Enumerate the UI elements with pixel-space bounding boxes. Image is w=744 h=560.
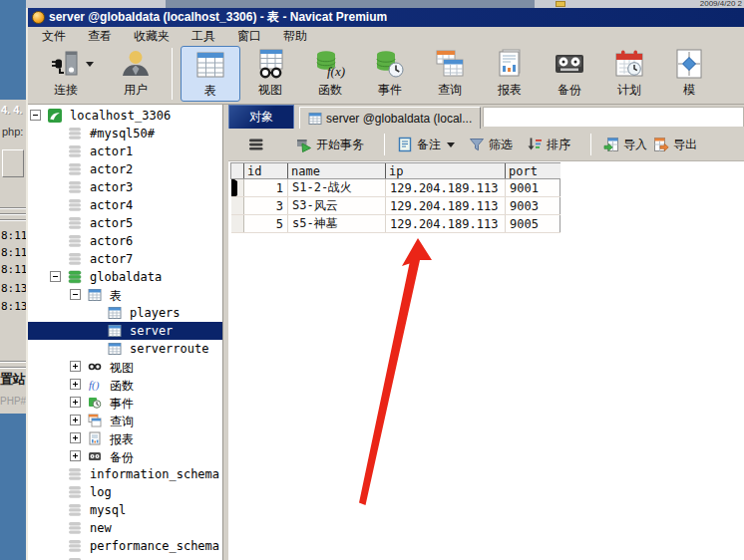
folder-icon bbox=[556, 1, 565, 7]
action-button-排序[interactable]: 排序 bbox=[524, 135, 573, 155]
row-selector-cell[interactable] bbox=[231, 179, 244, 197]
toolbar-button-事件[interactable]: 事件 bbox=[360, 46, 420, 102]
expand-box-icon[interactable] bbox=[70, 397, 81, 408]
menu-item-1[interactable]: 查看 bbox=[82, 27, 118, 46]
collapse-box-icon[interactable] bbox=[50, 271, 61, 282]
expand-box-icon[interactable] bbox=[70, 361, 81, 372]
tree-item-mysql[interactable]: mysql bbox=[28, 501, 222, 519]
cell-ip[interactable]: 129.204.189.113 bbox=[386, 179, 506, 197]
action-button-导入[interactable]: 导入 bbox=[600, 135, 650, 155]
expand-box-icon[interactable] bbox=[70, 415, 81, 425]
grid-header-row: idnameipport bbox=[231, 163, 560, 179]
tree-item-serverroute[interactable]: serverroute bbox=[28, 340, 222, 358]
tree-item-information-schema[interactable]: information_schema bbox=[28, 465, 222, 483]
dropdown-arrow-icon[interactable] bbox=[447, 142, 455, 147]
tree-item--mysql50-[interactable]: #mysql50# bbox=[28, 125, 222, 142]
divider bbox=[0, 367, 26, 369]
action-button-筛选[interactable]: 筛选 bbox=[466, 135, 516, 155]
row-selector-header[interactable] bbox=[231, 163, 244, 179]
tree-item-label: 备份 bbox=[110, 449, 134, 466]
action-button-备注[interactable]: 备注 bbox=[394, 135, 458, 155]
tree-item-actor6[interactable]: actor6 bbox=[28, 232, 222, 250]
tree-item-actor4[interactable]: actor4 bbox=[28, 196, 222, 214]
background-panel bbox=[0, 0, 26, 100]
navicat-window: server @globaldata (localhost_3306) - 表 … bbox=[26, 8, 744, 560]
tree-item-globaldata[interactable]: globaldata bbox=[28, 268, 222, 286]
collapse-box-icon[interactable] bbox=[70, 289, 81, 300]
tree-item-actor7[interactable]: actor7 bbox=[28, 250, 222, 268]
column-header-id[interactable]: id bbox=[244, 163, 288, 179]
cell-id[interactable]: 1 bbox=[244, 179, 288, 197]
cell-port[interactable]: 9005 bbox=[506, 215, 560, 233]
menu-item-0[interactable]: 文件 bbox=[36, 27, 72, 46]
expand-box-icon[interactable] bbox=[70, 450, 81, 461]
tree-item-备份[interactable]: 备份 bbox=[28, 447, 222, 465]
cell-ip[interactable]: 129.204.189.113 bbox=[386, 215, 506, 233]
dropdown-arrow-icon[interactable] bbox=[86, 62, 94, 67]
tree-item-actor1[interactable]: actor1 bbox=[28, 142, 222, 160]
tree-item-performance-schema[interactable]: performance_schema bbox=[28, 537, 222, 555]
database-gray-icon bbox=[68, 127, 82, 140]
tab-objects[interactable]: 对象 bbox=[228, 105, 294, 129]
toolbar-button-模[interactable]: 模 bbox=[659, 46, 719, 102]
toolbar-button-视图[interactable]: 视图 bbox=[240, 46, 300, 102]
expand-box-icon[interactable] bbox=[70, 432, 81, 443]
grid-menu-button[interactable] bbox=[245, 135, 267, 154]
toolbar-button-label: 报表 bbox=[498, 82, 522, 99]
menu-item-5[interactable]: 帮助 bbox=[277, 27, 313, 46]
cell-id[interactable]: 3 bbox=[244, 197, 288, 215]
tree-item-log[interactable]: log bbox=[28, 483, 222, 501]
cell-port[interactable]: 9003 bbox=[506, 197, 560, 215]
cell-ip[interactable]: 129.204.189.113 bbox=[386, 197, 506, 215]
background-button-fragment[interactable] bbox=[2, 149, 24, 177]
toolbar-button-连接[interactable]: 连接 bbox=[36, 46, 96, 102]
tree-item-label: 视图 bbox=[110, 360, 134, 377]
collapse-box-icon[interactable] bbox=[30, 110, 41, 121]
column-header-name[interactable]: name bbox=[288, 163, 386, 179]
toolbar-button-备份[interactable]: 备份 bbox=[540, 46, 599, 102]
tree-item-函数[interactable]: f()函数 bbox=[28, 376, 222, 394]
tree-item-localhost-3306[interactable]: localhost_3306 bbox=[28, 107, 222, 125]
menu-item-2[interactable]: 收藏夹 bbox=[128, 27, 176, 46]
tree-item-server[interactable]: server bbox=[28, 322, 222, 340]
tree-item-actor5[interactable]: actor5 bbox=[28, 214, 222, 232]
tree-item-actor3[interactable]: actor3 bbox=[28, 178, 222, 196]
cell-id[interactable]: 5 bbox=[244, 215, 288, 233]
tree-item-视图[interactable]: 视图 bbox=[28, 358, 222, 376]
expand-box-icon[interactable] bbox=[70, 379, 81, 390]
cell-name[interactable]: S1-2-战火 bbox=[288, 179, 386, 197]
action-button-导出[interactable]: 导出 bbox=[650, 135, 700, 155]
tree-item-表[interactable]: 表 bbox=[28, 286, 222, 304]
table-small-icon bbox=[108, 306, 122, 320]
tree-item-label: globaldata bbox=[90, 270, 162, 284]
tree-item-players[interactable]: players bbox=[28, 304, 222, 322]
toolbar-button-查询[interactable]: 查询 bbox=[420, 46, 480, 102]
function-small-icon: f() bbox=[88, 378, 102, 392]
tree-item-blank[interactable] bbox=[28, 555, 222, 560]
action-button-开始事务[interactable]: 开始事务 bbox=[293, 135, 367, 155]
cell-name[interactable]: S3-风云 bbox=[288, 197, 386, 215]
toolbar-button-用户[interactable]: 用户 bbox=[106, 46, 166, 102]
user-icon bbox=[120, 48, 152, 80]
tab-server-table[interactable]: server @globaldata (local... bbox=[299, 107, 481, 129]
toolbar-button-表[interactable]: 表 bbox=[181, 46, 240, 102]
row-selector-cell[interactable] bbox=[231, 197, 244, 215]
cell-port[interactable]: 9001 bbox=[506, 179, 560, 197]
toolbar-button-函数[interactable]: f(x)函数 bbox=[300, 46, 360, 102]
row-selector-cell[interactable] bbox=[231, 215, 244, 233]
tree-item-actor2[interactable]: actor2 bbox=[28, 160, 222, 178]
toolbar-button-计划[interactable]: 计划 bbox=[599, 46, 659, 102]
column-header-ip[interactable]: ip bbox=[386, 163, 506, 179]
column-header-port[interactable]: port bbox=[506, 163, 560, 179]
tree-item-报表[interactable]: 报表 bbox=[28, 429, 222, 447]
menu-item-4[interactable]: 窗口 bbox=[231, 27, 267, 46]
background-text-fragment: 4. 4. bbox=[1, 104, 22, 116]
toolbar-button-报表[interactable]: 报表 bbox=[480, 46, 540, 102]
tree-item-label: #mysql50# bbox=[90, 127, 155, 140]
title-bar[interactable]: server @globaldata (localhost_3306) - 表 … bbox=[28, 8, 744, 27]
cell-name[interactable]: s5-神墓 bbox=[288, 215, 386, 233]
menu-item-3[interactable]: 工具 bbox=[186, 27, 221, 46]
tree-item-new[interactable]: new bbox=[28, 519, 222, 537]
tree-item-查询[interactable]: 查询 bbox=[28, 412, 222, 429]
tree-item-事件[interactable]: 事件 bbox=[28, 394, 222, 412]
